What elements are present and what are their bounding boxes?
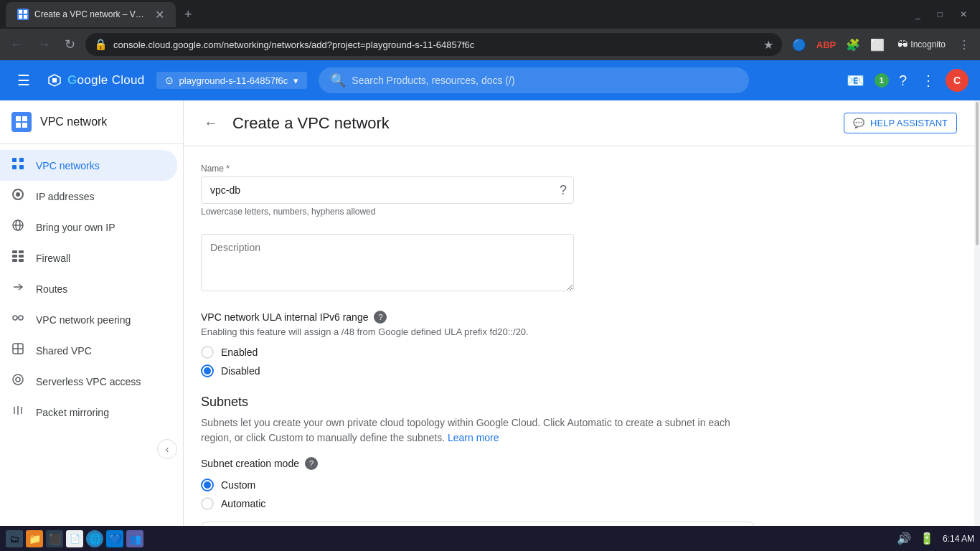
- svg-rect-22: [19, 255, 24, 258]
- sidebar: VPC network VPC networks IP addresses Br…: [0, 100, 184, 526]
- subnet-mode-label-text: Subnet creation mode: [201, 458, 299, 469]
- svg-rect-21: [12, 255, 17, 258]
- svg-point-25: [13, 316, 17, 320]
- minimize-button[interactable]: _: [908, 6, 928, 22]
- vpc-peering-icon: [11, 311, 24, 328]
- firewall-icon: [11, 250, 24, 266]
- sidebar-collapse-button[interactable]: ‹: [157, 439, 177, 459]
- tab-favicon: [17, 9, 29, 20]
- sidebar-item-serverless-vpc[interactable]: Serverless VPC access: [0, 366, 177, 397]
- ula-help-icon[interactable]: ?: [374, 311, 387, 324]
- url-text[interactable]: console.cloud.google.com/networking/netw…: [113, 39, 758, 50]
- avatar[interactable]: C: [946, 69, 969, 92]
- shared-vpc-icon: [11, 342, 24, 359]
- extension-cast-icon[interactable]: ⬜: [866, 35, 889, 55]
- sidebar-item-vpc-networks[interactable]: VPC networks: [0, 150, 177, 181]
- description-wrapper: [201, 234, 574, 293]
- project-dropdown-icon: ▾: [293, 75, 298, 86]
- sidebar-item-shared-vpc[interactable]: Shared VPC: [0, 335, 177, 366]
- svg-rect-11: [19, 158, 24, 162]
- svg-point-26: [19, 316, 23, 320]
- help-icon[interactable]: ?: [895, 68, 911, 93]
- sidebar-item-routes[interactable]: Routes: [0, 273, 177, 304]
- scrollbar-panel: [974, 100, 980, 526]
- subnet-custom-radio[interactable]: [201, 479, 214, 491]
- more-options-icon[interactable]: ⋮: [917, 67, 940, 93]
- forward-nav-button[interactable]: →: [33, 34, 55, 55]
- lock-icon: 🔒: [94, 38, 108, 51]
- help-assistant-icon: 💬: [853, 118, 864, 128]
- help-assistant-button[interactable]: 💬 HELP ASSISTANT: [844, 113, 957, 133]
- svg-point-15: [16, 192, 20, 197]
- sidebar-item-vpc-peering[interactable]: VPC network peering: [0, 304, 177, 335]
- learn-more-link[interactable]: Learn more: [448, 432, 499, 443]
- bring-own-ip-icon: [11, 219, 24, 235]
- subnet-automatic-radio[interactable]: [201, 497, 214, 510]
- svg-rect-7: [22, 116, 27, 121]
- browser-tab[interactable]: Create a VPC network – VPC... ✕: [6, 2, 176, 27]
- bring-own-ip-label: Bring your own IP: [36, 222, 116, 233]
- firewall-label: Firewall: [36, 253, 70, 264]
- sidebar-header: VPC network: [0, 100, 183, 144]
- subnet-mode-help-icon[interactable]: ?: [305, 457, 318, 470]
- subnet-automatic-option[interactable]: Automatic: [201, 497, 755, 510]
- shared-vpc-label: Shared VPC: [36, 345, 92, 357]
- ula-enabled-radio[interactable]: [201, 346, 214, 359]
- refresh-button[interactable]: ↻: [60, 34, 80, 55]
- sidebar-item-packet-mirroring[interactable]: Packet mirroring: [0, 397, 177, 428]
- vpc-networks-label: VPC networks: [36, 160, 100, 171]
- google-cloud-logo[interactable]: Google Cloud: [47, 73, 145, 88]
- name-section: Name * ? Lowercase letters, numbers, hyp…: [201, 164, 755, 217]
- maximize-button[interactable]: □: [930, 6, 950, 22]
- svg-rect-2: [19, 15, 22, 19]
- ula-disabled-radio[interactable]: [201, 364, 214, 377]
- collapse-icon: ‹: [166, 443, 169, 455]
- description-section: [201, 234, 755, 293]
- extension-abp-icon[interactable]: ABP: [812, 37, 840, 53]
- extension-puzzle-icon[interactable]: 🧩: [842, 35, 864, 55]
- routes-icon: [11, 281, 24, 297]
- incognito-indicator: 🕶 Incognito: [890, 36, 953, 53]
- svg-rect-13: [19, 165, 24, 169]
- svg-rect-9: [22, 123, 27, 128]
- sidebar-item-firewall[interactable]: Firewall: [0, 242, 177, 273]
- name-help-icon[interactable]: ?: [560, 183, 567, 198]
- search-placeholder[interactable]: Search Products, resources, docs (/): [352, 75, 738, 86]
- subnets-description: Subnets let you create your own private …: [201, 415, 755, 446]
- back-button[interactable]: ←: [201, 112, 221, 134]
- scrollbar-thumb[interactable]: [976, 102, 979, 245]
- tab-close-button[interactable]: ✕: [155, 8, 164, 22]
- ula-section: VPC network ULA internal IPv6 range ? En…: [201, 311, 755, 377]
- subnet-mode-section: Subnet creation mode ?: [201, 457, 755, 470]
- new-tab-button[interactable]: +: [179, 4, 198, 25]
- sidebar-item-bring-your-own-ip[interactable]: Bring your own IP: [0, 212, 177, 242]
- chrome-menu-button[interactable]: ⋮: [954, 35, 974, 55]
- sidebar-item-ip-addresses[interactable]: IP addresses: [0, 181, 177, 212]
- ula-enabled-option[interactable]: Enabled: [201, 346, 755, 359]
- ula-radio-group: Enabled Disabled: [201, 346, 755, 377]
- bookmark-icon[interactable]: ★: [763, 38, 773, 52]
- hamburger-menu-button[interactable]: ☰: [11, 66, 36, 95]
- svg-rect-10: [12, 158, 17, 162]
- svg-point-30: [13, 375, 23, 385]
- svg-rect-12: [12, 165, 17, 169]
- close-button[interactable]: ✕: [953, 6, 974, 22]
- project-selector[interactable]: ⊙ playground-s-11-64857f6c ▾: [156, 72, 308, 89]
- address-bar-icons: ★: [763, 38, 773, 52]
- name-label: Name *: [201, 164, 755, 174]
- svg-rect-3: [24, 15, 27, 19]
- description-input[interactable]: [201, 234, 574, 291]
- search-icon: 🔍: [330, 72, 346, 88]
- page-title: Create a VPC network: [232, 114, 390, 133]
- google-cloud-logo-icon: [47, 73, 62, 88]
- svg-rect-5: [52, 78, 57, 83]
- global-search-bar[interactable]: 🔍 Search Products, resources, docs (/): [319, 67, 749, 93]
- extension-google-icon[interactable]: 🔵: [788, 35, 811, 55]
- name-input[interactable]: [201, 176, 574, 204]
- ula-disabled-option[interactable]: Disabled: [201, 364, 755, 377]
- notifications-icon[interactable]: 📧: [842, 67, 869, 93]
- address-bar[interactable]: 🔒 console.cloud.google.com/networking/ne…: [85, 33, 782, 56]
- subnet-custom-option[interactable]: Custom: [201, 479, 755, 491]
- svg-rect-1: [24, 10, 27, 14]
- back-nav-button[interactable]: ←: [6, 34, 27, 55]
